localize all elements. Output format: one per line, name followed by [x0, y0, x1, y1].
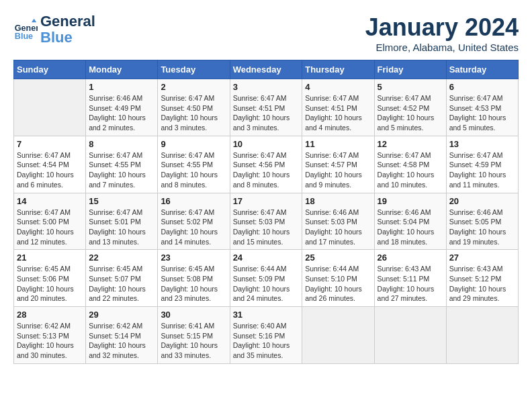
day-number: 12 [378, 139, 443, 149]
day-number: 2 [161, 82, 226, 92]
calendar-cell: 25Sunrise: 6:44 AM Sunset: 5:10 PM Dayli… [302, 250, 374, 307]
day-number: 18 [305, 196, 371, 206]
cell-info: Sunrise: 6:47 AM Sunset: 4:58 PM Dayligh… [378, 150, 443, 190]
cell-info: Sunrise: 6:43 AM Sunset: 5:12 PM Dayligh… [449, 264, 515, 304]
calendar-cell [446, 307, 518, 364]
calendar-cell: 21Sunrise: 6:45 AM Sunset: 5:06 PM Dayli… [14, 250, 86, 307]
calendar-table: SundayMondayTuesdayWednesdayThursdayFrid… [13, 60, 519, 364]
calendar-cell: 7Sunrise: 6:47 AM Sunset: 4:54 PM Daylig… [14, 136, 86, 193]
calendar-cell: 9Sunrise: 6:47 AM Sunset: 4:55 PM Daylig… [158, 136, 230, 193]
day-number: 21 [17, 253, 83, 263]
cell-info: Sunrise: 6:45 AM Sunset: 5:08 PM Dayligh… [161, 264, 226, 304]
day-number: 22 [89, 253, 154, 263]
week-row: 14Sunrise: 6:47 AM Sunset: 5:00 PM Dayli… [14, 193, 519, 250]
calendar-cell: 26Sunrise: 6:43 AM Sunset: 5:11 PM Dayli… [374, 250, 446, 307]
calendar-cell: 28Sunrise: 6:42 AM Sunset: 5:13 PM Dayli… [14, 307, 86, 364]
calendar-cell: 17Sunrise: 6:47 AM Sunset: 5:03 PM Dayli… [230, 193, 302, 250]
logo-icon: General Blue [13, 17, 38, 42]
day-number: 20 [449, 196, 515, 206]
col-header-saturday: Saturday [446, 60, 518, 79]
day-number: 5 [378, 82, 443, 92]
svg-text:Blue: Blue [15, 32, 33, 42]
day-number: 30 [161, 310, 226, 320]
calendar-cell: 10Sunrise: 6:47 AM Sunset: 4:56 PM Dayli… [230, 136, 302, 193]
cell-info: Sunrise: 6:47 AM Sunset: 4:55 PM Dayligh… [89, 150, 154, 190]
calendar-cell: 20Sunrise: 6:46 AM Sunset: 5:05 PM Dayli… [446, 193, 518, 250]
day-number: 13 [449, 139, 515, 149]
calendar-cell: 12Sunrise: 6:47 AM Sunset: 4:58 PM Dayli… [374, 136, 446, 193]
calendar-cell: 5Sunrise: 6:47 AM Sunset: 4:52 PM Daylig… [374, 79, 446, 136]
cell-info: Sunrise: 6:42 AM Sunset: 5:13 PM Dayligh… [17, 321, 83, 361]
calendar-cell: 30Sunrise: 6:41 AM Sunset: 5:15 PM Dayli… [158, 307, 230, 364]
day-number: 17 [233, 196, 300, 206]
day-number: 15 [89, 196, 154, 206]
cell-info: Sunrise: 6:47 AM Sunset: 5:01 PM Dayligh… [89, 208, 154, 247]
cell-info: Sunrise: 6:46 AM Sunset: 5:04 PM Dayligh… [378, 208, 443, 247]
month-title: January 2024 [365, 13, 519, 42]
logo: General Blue General Blue [13, 13, 95, 46]
day-number: 29 [89, 310, 154, 320]
cell-info: Sunrise: 6:47 AM Sunset: 4:56 PM Dayligh… [233, 150, 300, 190]
day-number: 23 [161, 253, 226, 263]
cell-info: Sunrise: 6:47 AM Sunset: 4:53 PM Dayligh… [449, 93, 515, 133]
cell-info: Sunrise: 6:40 AM Sunset: 5:16 PM Dayligh… [233, 321, 300, 361]
col-header-monday: Monday [86, 60, 158, 79]
calendar-cell: 22Sunrise: 6:45 AM Sunset: 5:07 PM Dayli… [86, 250, 158, 307]
day-number: 3 [233, 82, 300, 92]
calendar-cell: 15Sunrise: 6:47 AM Sunset: 5:01 PM Dayli… [86, 193, 158, 250]
cell-info: Sunrise: 6:42 AM Sunset: 5:14 PM Dayligh… [89, 321, 154, 361]
col-header-tuesday: Tuesday [158, 60, 230, 79]
col-header-sunday: Sunday [14, 60, 86, 79]
calendar-cell: 16Sunrise: 6:47 AM Sunset: 5:02 PM Dayli… [158, 193, 230, 250]
calendar-cell: 18Sunrise: 6:46 AM Sunset: 5:03 PM Dayli… [302, 193, 374, 250]
calendar-cell: 4Sunrise: 6:47 AM Sunset: 4:51 PM Daylig… [302, 79, 374, 136]
calendar-cell [374, 307, 446, 364]
logo-text: General Blue [40, 13, 95, 46]
page-header: General Blue General Blue January 2024 E… [13, 13, 519, 53]
day-number: 19 [378, 196, 443, 206]
day-number: 28 [17, 310, 83, 320]
calendar-cell: 8Sunrise: 6:47 AM Sunset: 4:55 PM Daylig… [86, 136, 158, 193]
col-header-thursday: Thursday [302, 60, 374, 79]
day-number: 26 [378, 253, 443, 263]
day-number: 1 [89, 82, 154, 92]
day-number: 9 [161, 139, 226, 149]
day-number: 31 [233, 310, 300, 320]
col-header-wednesday: Wednesday [230, 60, 302, 79]
cell-info: Sunrise: 6:46 AM Sunset: 5:03 PM Dayligh… [305, 208, 371, 247]
cell-info: Sunrise: 6:46 AM Sunset: 5:05 PM Dayligh… [449, 208, 515, 247]
cell-info: Sunrise: 6:47 AM Sunset: 4:55 PM Dayligh… [161, 150, 226, 190]
col-header-friday: Friday [374, 60, 446, 79]
cell-info: Sunrise: 6:41 AM Sunset: 5:15 PM Dayligh… [161, 321, 226, 361]
header-row: SundayMondayTuesdayWednesdayThursdayFrid… [14, 60, 519, 79]
calendar-cell: 14Sunrise: 6:47 AM Sunset: 5:00 PM Dayli… [14, 193, 86, 250]
calendar-cell: 24Sunrise: 6:44 AM Sunset: 5:09 PM Dayli… [230, 250, 302, 307]
day-number: 11 [305, 139, 371, 149]
day-number: 14 [17, 196, 83, 206]
cell-info: Sunrise: 6:47 AM Sunset: 4:59 PM Dayligh… [449, 150, 515, 190]
svg-marker-3 [32, 19, 36, 22]
cell-info: Sunrise: 6:44 AM Sunset: 5:09 PM Dayligh… [233, 264, 300, 304]
location: Elmore, Alabama, United States [365, 42, 519, 53]
calendar-cell: 11Sunrise: 6:47 AM Sunset: 4:57 PM Dayli… [302, 136, 374, 193]
week-row: 1Sunrise: 6:46 AM Sunset: 4:49 PM Daylig… [14, 79, 519, 136]
calendar-cell: 13Sunrise: 6:47 AM Sunset: 4:59 PM Dayli… [446, 136, 518, 193]
day-number: 27 [449, 253, 515, 263]
day-number: 4 [305, 82, 371, 92]
calendar-cell: 19Sunrise: 6:46 AM Sunset: 5:04 PM Dayli… [374, 193, 446, 250]
day-number: 6 [449, 82, 515, 92]
cell-info: Sunrise: 6:47 AM Sunset: 4:50 PM Dayligh… [161, 93, 226, 133]
calendar-cell: 31Sunrise: 6:40 AM Sunset: 5:16 PM Dayli… [230, 307, 302, 364]
cell-info: Sunrise: 6:46 AM Sunset: 4:49 PM Dayligh… [89, 93, 154, 133]
day-number: 16 [161, 196, 226, 206]
week-row: 28Sunrise: 6:42 AM Sunset: 5:13 PM Dayli… [14, 307, 519, 364]
cell-info: Sunrise: 6:45 AM Sunset: 5:06 PM Dayligh… [17, 264, 83, 304]
cell-info: Sunrise: 6:44 AM Sunset: 5:10 PM Dayligh… [305, 264, 371, 304]
calendar-cell: 6Sunrise: 6:47 AM Sunset: 4:53 PM Daylig… [446, 79, 518, 136]
calendar-cell: 3Sunrise: 6:47 AM Sunset: 4:51 PM Daylig… [230, 79, 302, 136]
week-row: 21Sunrise: 6:45 AM Sunset: 5:06 PM Dayli… [14, 250, 519, 307]
cell-info: Sunrise: 6:47 AM Sunset: 5:02 PM Dayligh… [161, 208, 226, 247]
day-number: 8 [89, 139, 154, 149]
title-block: January 2024 Elmore, Alabama, United Sta… [365, 13, 519, 53]
calendar-cell: 1Sunrise: 6:46 AM Sunset: 4:49 PM Daylig… [86, 79, 158, 136]
